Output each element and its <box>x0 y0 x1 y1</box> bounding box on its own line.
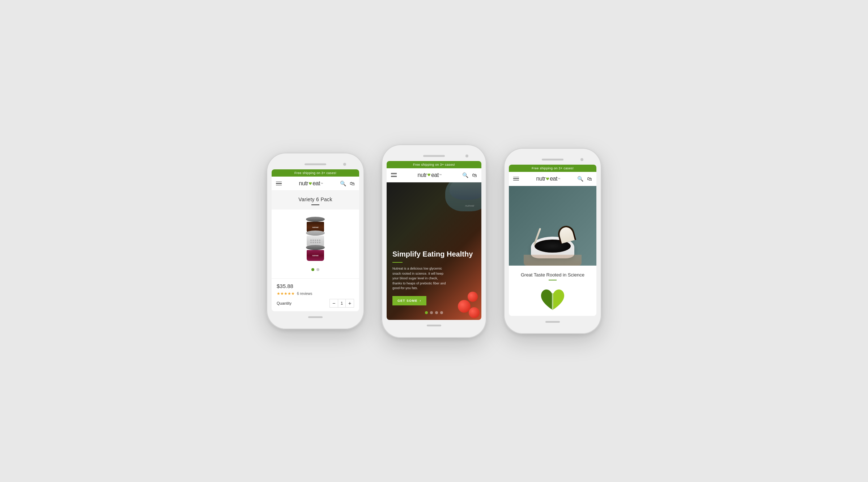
jar-body-3: nutreat <box>307 250 324 261</box>
hero-section: nutreat Simplify Eating Healthy Nutreat … <box>387 182 481 320</box>
quantity-value: 1 <box>338 299 346 307</box>
phone-top-2 <box>387 151 481 161</box>
phone-camera-2 <box>465 155 468 157</box>
logo-heart-icon-2 <box>427 173 431 177</box>
search-icon-2[interactable]: 🔍 <box>462 172 468 178</box>
jar-dots <box>309 238 322 245</box>
logo-tm-3: ™ <box>558 178 560 180</box>
hero-dot-3[interactable] <box>435 311 438 314</box>
carousel-dot-2[interactable] <box>316 268 319 271</box>
phone-home-3 <box>545 321 560 323</box>
banner-text-2: Free shipping on 3+ cases! <box>413 163 455 166</box>
hero-description: Nutreat is a delicious low glycemic snac… <box>392 266 448 291</box>
hero-dot-4[interactable] <box>440 311 443 314</box>
hero-carousel-dots <box>425 311 443 314</box>
hero-content: Simplify Eating Healthy Nutreat is a del… <box>387 250 481 305</box>
phone-home-1 <box>308 316 323 318</box>
jar-3: nutreat <box>306 245 325 261</box>
quantity-row: Quantity − 1 + <box>277 299 354 308</box>
page-title: Variety 6 Pack <box>275 196 356 202</box>
carousel-dot-1[interactable] <box>311 268 314 271</box>
hero-cta-button[interactable]: GET SOME › <box>392 296 426 305</box>
phone-speaker-2 <box>423 155 445 157</box>
hero-jar-watermark: nutreat <box>465 204 474 207</box>
phone-3: Free shipping on 3+ cases! nutr eat™ 🔍 🛍 <box>504 148 601 334</box>
phone-camera-1 <box>343 163 346 166</box>
jar-lid-3 <box>306 245 325 250</box>
phone-camera-3 <box>580 158 583 161</box>
cart-icon-1[interactable]: 🛍 <box>350 181 355 186</box>
hamburger-icon-2[interactable] <box>391 173 397 177</box>
product-image-area: nutreat <box>272 210 359 278</box>
phone-bottom-1 <box>272 311 359 323</box>
phone-screen-2: Free shipping on 3+ cases! nutr eat™ 🔍 🛍 <box>387 161 481 320</box>
jar-lid-1 <box>306 217 325 222</box>
quantity-control: − 1 + <box>329 299 354 308</box>
phone-1: Free shipping on 3+ cases! nutr eat™ 🔍 🛍 <box>267 153 364 329</box>
science-section: Great Taste Rooted in Science <box>509 266 596 316</box>
carousel-dots-1 <box>311 268 319 271</box>
phone-bottom-2 <box>387 320 481 331</box>
nav-2: nutr eat™ 🔍 🛍 <box>387 168 481 182</box>
logo-1: nutr eat™ <box>299 180 323 187</box>
search-icon-1[interactable]: 🔍 <box>340 181 346 186</box>
coconut-section <box>509 186 596 266</box>
hamburger-icon-3[interactable] <box>513 177 519 181</box>
product-reviews: ★★★★★ 6 reviews <box>277 291 354 296</box>
heart-logo-svg <box>538 286 567 312</box>
phone-top-3 <box>509 155 596 165</box>
nav-icons-1: 🔍 🛍 <box>340 181 355 186</box>
banner-text-1: Free shipping on 3+ cases! <box>294 171 336 175</box>
hero-underline <box>392 262 403 263</box>
page-title-underline <box>311 204 319 205</box>
phone-home-2 <box>427 325 441 326</box>
heart-logo <box>538 286 567 312</box>
hero-bowl-decoration <box>445 182 481 211</box>
nav-3: nutr eat™ 🔍 🛍 <box>509 172 596 186</box>
jar-label-3: nutreat <box>312 254 319 257</box>
banner-text-3: Free shipping on 3+ cases! <box>532 166 574 170</box>
nav-icons-3: 🔍 🛍 <box>577 176 592 182</box>
quantity-minus-button[interactable]: − <box>330 299 338 307</box>
banner-3: Free shipping on 3+ cases! <box>509 165 596 172</box>
quantity-label: Quantity <box>277 301 292 305</box>
phone-speaker-1 <box>305 164 326 165</box>
phone-speaker-3 <box>542 159 563 161</box>
banner-1: Free shipping on 3+ cases! <box>272 169 359 177</box>
hero-dot-1[interactable] <box>425 311 428 314</box>
logo-tm-1: ™ <box>320 182 323 185</box>
phone-2: Free shipping on 3+ cases! nutr eat™ 🔍 🛍 <box>382 144 486 338</box>
hero-cta-label: GET SOME <box>397 299 418 303</box>
jar-label-1: nutreat <box>312 226 319 228</box>
product-price: $35.88 <box>277 283 354 289</box>
phone-bottom-3 <box>509 316 596 327</box>
nav-icons-2: 🔍 🛍 <box>462 172 477 178</box>
logo-3: nutr eat™ <box>536 176 560 182</box>
hero-dot-2[interactable] <box>430 311 433 314</box>
cart-icon-3[interactable]: 🛍 <box>587 176 592 182</box>
logo-2: nutr eat™ <box>418 172 442 178</box>
nav-1: nutr eat™ 🔍 🛍 <box>272 177 359 191</box>
logo-heart-icon-3 <box>546 177 549 181</box>
hands-decoration <box>524 255 582 266</box>
search-icon-3[interactable]: 🔍 <box>577 176 583 182</box>
hero-bowl-inner <box>450 182 481 200</box>
jar-stack: nutreat <box>299 217 332 260</box>
tomato-3 <box>469 307 480 318</box>
stars: ★★★★★ <box>277 291 295 296</box>
banner-2: Free shipping on 3+ cases! <box>387 161 481 168</box>
reviews-count: 6 reviews <box>297 292 312 296</box>
hero-cta-arrow: › <box>420 299 421 303</box>
phone-screen-3: Free shipping on 3+ cases! nutr eat™ 🔍 🛍 <box>509 165 596 316</box>
quantity-plus-button[interactable]: + <box>346 299 354 307</box>
phone-screen-1: Free shipping on 3+ cases! nutr eat™ 🔍 🛍 <box>272 169 359 311</box>
phone-top-1 <box>272 159 359 169</box>
cart-icon-2[interactable]: 🛍 <box>472 172 477 178</box>
scene: Free shipping on 3+ cases! nutr eat™ 🔍 🛍 <box>245 123 623 360</box>
science-underline <box>549 280 557 280</box>
hamburger-icon-1[interactable] <box>276 182 282 186</box>
logo-tm-2: ™ <box>439 174 442 176</box>
page-title-area: Variety 6 Pack <box>272 191 359 210</box>
jar-lid-2 <box>306 231 325 236</box>
science-title: Great Taste Rooted in Science <box>514 272 591 278</box>
